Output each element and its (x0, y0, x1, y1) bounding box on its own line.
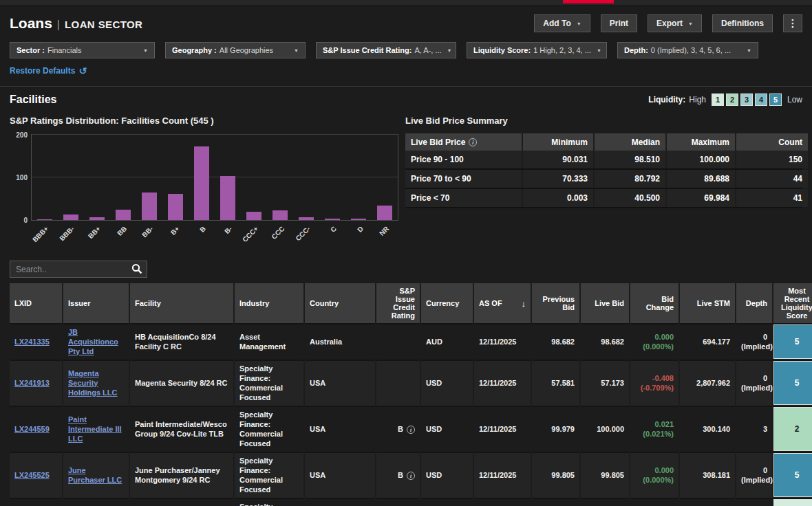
col-header-country[interactable]: Country (305, 283, 375, 323)
active-tab-accent-bar (563, 0, 614, 3)
add-to-button[interactable]: Add To ▼ (534, 14, 590, 32)
sort-desc-icon[interactable]: ↓ (522, 298, 526, 309)
cell-rating (376, 360, 420, 406)
cell-currency: USD (421, 360, 473, 406)
chart-bar (37, 219, 52, 220)
chart-x-slot: BB (109, 221, 136, 250)
summary-max-value: 69.984 (667, 189, 735, 207)
lxid-link[interactable]: LX241335 (14, 338, 50, 346)
geography-filter-dropdown[interactable]: Geography : All Geographies ▼ (165, 42, 306, 58)
lxid-link[interactable]: LX244559 (14, 425, 50, 433)
table-row: LX245996Tronox Finance LLCTronox Finance… (10, 498, 812, 506)
liquidity-legend-label: Liquidity: (648, 95, 685, 104)
restore-icon: ↺ (78, 65, 87, 76)
bid-change-value: 0.000 (635, 466, 674, 476)
issuer-link[interactable]: June Purchaser LLC (68, 466, 122, 484)
chart-bar-slot (319, 135, 345, 220)
info-icon[interactable]: i (469, 138, 477, 146)
restore-defaults-link[interactable]: Restore Defaults ↺ (10, 65, 87, 76)
cell-lxid: LX245996 (10, 498, 62, 506)
rating-filter-dropdown[interactable]: S&P Issue Credit Rating: A, A-, ... ▼ (316, 42, 456, 58)
cell-previous_bid: 99.979 (532, 406, 579, 452)
issuer-link[interactable]: Paint Intermediate III LLC (68, 415, 122, 443)
chart-title: S&P Ratings Distribution: Facilities Cou… (10, 116, 398, 126)
liquidity-score-badge: 2 (773, 407, 812, 451)
chart-bar (325, 219, 340, 220)
col-header-live_stm[interactable]: Live STM (680, 283, 735, 323)
bid-change-pct: (0.000%) (635, 342, 674, 352)
export-button[interactable]: Export ▼ (648, 14, 702, 32)
chart-bar (273, 210, 288, 220)
summary-count-value: 41 (736, 189, 808, 207)
col-header-industry[interactable]: Industry (235, 283, 303, 323)
cell-as_of: 12/11/2025 (474, 323, 531, 360)
depth-value: 0 (741, 466, 767, 476)
chart-bar (168, 194, 183, 220)
col-header-liquidity[interactable]: Most Recent Liquidity Score (773, 283, 812, 323)
summary-row: Price < 700.00340.50069.98441 (405, 189, 802, 208)
filter-label: Sector : (17, 46, 45, 54)
bid-change-value: 0.000 (635, 333, 674, 342)
cell-industry: Asset Management (235, 323, 303, 360)
cell-depth: 3 (736, 406, 772, 452)
liquidity-legend-box: 1 (712, 94, 724, 106)
liquidity-filter-dropdown[interactable]: Liquidity Score: 1 High, 2, 3, 4, ... ▼ (467, 42, 607, 58)
cell-as_of: 12/11/2025 (474, 360, 531, 406)
col-header-facility[interactable]: Facility (130, 283, 233, 323)
cell-industry: Specialty Finance: Commercial Focused (235, 360, 303, 406)
x-axis-tick-label: D (356, 225, 365, 234)
cell-bid_change: 0.021(0.021%) (630, 406, 679, 452)
chevron-down-icon: ▼ (591, 48, 601, 53)
col-header-as_of[interactable]: AS OF↓ (474, 283, 531, 323)
col-header-rating[interactable]: S&P Issue Credit Rating (376, 283, 420, 323)
chart-x-slot: C (320, 221, 346, 250)
cell-facility: Tronox Finance 9/24 TLB (130, 498, 233, 506)
print-button[interactable]: Print (601, 14, 637, 32)
liquidity-score-badge: 5 (773, 324, 812, 359)
chart-x-slot: CCC+ (241, 221, 267, 250)
chart-x-slot: NR (372, 221, 398, 250)
chart-x-slot: CCC- (293, 221, 319, 250)
chart-x-slot: CCC (267, 221, 293, 250)
cell-rating: BB-i (376, 498, 420, 506)
cell-live_stm: 814.982 (680, 498, 735, 506)
facilities-search (10, 261, 147, 278)
cell-live_bid: 76.975 (581, 498, 629, 506)
col-header-currency[interactable]: Currency (421, 283, 473, 323)
lxid-link[interactable]: LX241913 (14, 379, 50, 387)
sector-filter-dropdown[interactable]: Sector : Financials ▼ (10, 42, 155, 58)
col-header-depth[interactable]: Depth (736, 283, 772, 323)
col-header-lxid[interactable]: LXID (10, 283, 62, 323)
filter-label: Liquidity Score: (473, 46, 531, 54)
cell-issuer: JB Acquisitionco Pty Ltd (63, 323, 129, 360)
cell-lxid: LX241335 (10, 323, 62, 360)
col-header-bid_change[interactable]: Bid Change (630, 283, 679, 323)
col-header-issuer[interactable]: Issuer (63, 283, 129, 323)
col-header-previous_bid[interactable]: Previous Bid (532, 283, 579, 323)
issuer-link[interactable]: JB Acquisitionco Pty Ltd (68, 328, 118, 355)
more-options-button[interactable]: ⋮ (783, 14, 802, 32)
cell-bid_change: -1.025(-1.314%) (630, 498, 679, 506)
search-input[interactable] (10, 261, 147, 278)
lxid-link[interactable]: LX245525 (14, 471, 50, 479)
cell-facility: HB AcquisitionCo 8/24 Facility C RC (130, 323, 233, 360)
bid-change-value: 0.021 (635, 420, 674, 430)
facilities-table-header-row: LXIDIssuerFacilityIndustryCountryS&P Iss… (10, 283, 812, 323)
summary-range-label: Price 90 - 100 (405, 151, 522, 168)
cell-previous_bid: 78.000 (532, 498, 579, 506)
depth-filter-dropdown[interactable]: Depth: 0 (Implied), 3, 4, 5, 6, ... ▼ (617, 42, 758, 58)
definitions-label: Definitions (721, 19, 764, 28)
title-separator: | (57, 19, 60, 31)
chart-x-slot: D (346, 221, 372, 250)
chart-bar-slot (162, 135, 189, 220)
info-icon[interactable]: i (407, 472, 415, 480)
definitions-button[interactable]: Definitions (712, 14, 773, 32)
kebab-icon: ⋮ (788, 17, 798, 30)
search-icon[interactable] (131, 263, 142, 277)
facilities-content: S&P Ratings Distribution: Facilities Cou… (10, 116, 802, 250)
issuer-link[interactable]: Magenta Security Holdings LLC (68, 369, 118, 397)
summary-col-minimum: Minimum (523, 133, 593, 151)
col-header-live_bid[interactable]: Live Bid (581, 283, 629, 323)
info-icon[interactable]: i (407, 426, 415, 434)
cell-lxid: LX241913 (10, 360, 62, 406)
